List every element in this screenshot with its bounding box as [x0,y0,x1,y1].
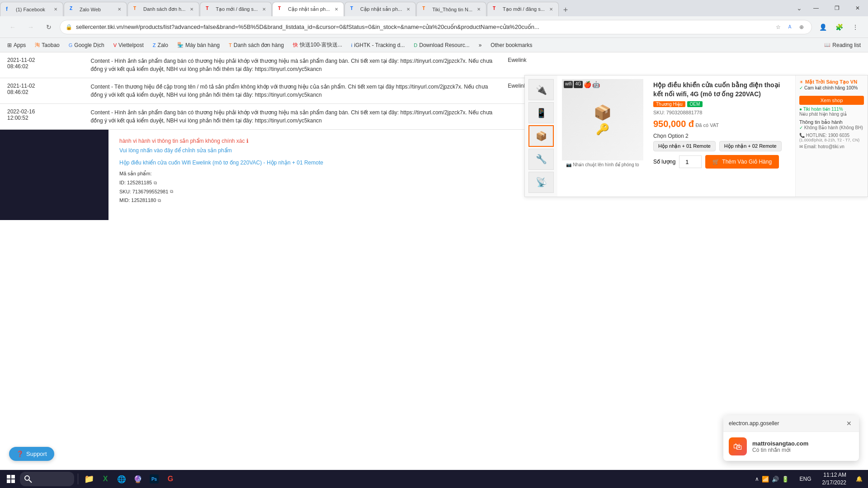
hotline-text: HOTLINE: 1900 6035 [806,133,849,138]
tab-close-zalo[interactable]: ✕ [116,6,123,13]
price-vat-note: Đã có VAT [695,122,719,128]
taskbar-g-app[interactable]: G [163,472,178,486]
popup-close-button[interactable]: ✕ [844,419,854,428]
tab-danh-sach[interactable]: T Danh sách đơn h... ✕ [127,2,199,16]
copy-sku-button[interactable]: ⧉ [170,188,173,196]
popup-text: mattroisangtao.com Có tin nhắn mới [752,440,854,453]
taobao-favicon: 淘 [35,42,40,48]
product-main-image[interactable]: 📦 🔑 wifi 4G 🍎 🤖 [562,79,643,160]
bookmark-google-dich[interactable]: G Google Dịch [65,41,108,49]
new-tab-button[interactable]: + [559,4,572,16]
address-icons: ☆ A ⊕ [774,23,806,32]
brand-text-2: Ewelink [508,83,526,89]
support-label: Support [26,450,47,457]
tab-close-cn2[interactable]: ✕ [405,6,412,13]
minimize-button[interactable]: — [806,0,826,16]
bookmark-viettelpost[interactable]: V Viettelpost [110,41,147,49]
tab-cap-nhat-1[interactable]: T Cập nhật sản ph... ✕ [272,2,344,16]
product-name-link[interactable]: Hộp điều khiển cửa cuốn Wifi Ewelink (mô… [119,160,323,166]
bookmark-viettelpost-label: Viettelpost [118,42,144,48]
image-hint: 📷 Nhấn chuột lên hình để phóng to [566,162,639,167]
view-shop-button[interactable]: Xem shop [799,96,864,105]
network-icon[interactable]: 📶 [762,476,769,483]
bookmark-may-ban-hang[interactable]: 🏪 Máy bán hàng [174,41,223,49]
thumbnail-5[interactable]: 📡 [528,172,554,193]
product-price: 950,000 đ [653,119,694,129]
email-icon: ✉ [799,144,803,149]
tab-close-ds[interactable]: ✕ [188,6,195,13]
option-buttons: Hộp nhận + 01 Remote Hộp nhận + 02 Remot… [653,141,790,151]
bookmark-download[interactable]: D Download Resourc... [410,41,473,49]
tab-cap-nhat-2[interactable]: T Cập nhật sản ph... ✕ [344,2,416,16]
extensions-button[interactable]: 🧩 [832,20,846,34]
maximize-button[interactable]: ❐ [826,0,847,16]
tab-close-tm1[interactable]: ✕ [260,6,268,13]
quantity-input[interactable] [679,155,702,168]
start-button[interactable] [4,472,18,486]
taskbar-photoshop[interactable]: Ps [147,472,161,486]
fix-product-link[interactable]: Vui lòng nhấn vào đây để chỉnh sửa sản p… [119,147,232,154]
notification-popup: electron.app.goseller ✕ 🛍 mattroisangtao… [723,415,859,461]
copy-id-button[interactable]: ⧉ [154,179,157,187]
thumbnail-2[interactable]: 📱 [528,102,554,123]
tab-zalo[interactable]: Z Zalo Web ✕ [64,2,127,16]
price-row: 950,000 đ Đã có VAT [653,119,790,129]
bookmark-danh-sach-don-hang[interactable]: T Danh sách đơn hàng [225,41,288,49]
taskbar-app-marble[interactable]: 🔮 [131,472,145,486]
extension-icon[interactable]: ⊕ [797,23,806,32]
4g-badge: 4G [574,81,582,88]
tab-close-cn1[interactable]: ✕ [333,6,340,13]
taskbar-search-button[interactable] [20,472,74,486]
date-text-2: 2021-11-0208:46:02 [7,83,35,95]
bookmark-ightk[interactable]: i iGHTK - Tracking d... [348,41,408,49]
tab-facebook[interactable]: f (1) Facebook ✕ [0,2,63,16]
bookmark-taobao[interactable]: 淘 Taobao [31,41,63,49]
date-text-3: 2022-02-1612:00:52 [7,108,35,121]
taskbar-excel[interactable]: X [98,472,113,486]
volume-icon[interactable]: 🔊 [772,476,779,483]
translate-icon[interactable]: A [785,23,794,32]
tab-close-tm2[interactable]: ✕ [547,6,555,13]
tab-tao-moi-2[interactable]: T Tạo mới / đăng s... ✕ [487,2,559,16]
seller-rate-row: ✓ Cam kết chính hãng 100% [799,85,864,90]
option-btn-1[interactable]: Hộp nhận + 01 Remote [653,141,716,151]
forward-button[interactable]: → [24,20,38,34]
refresh-button[interactable]: ↻ [42,20,56,34]
address-input-container[interactable]: 🔒 sellercenter.tiki.vn/new#/products/lis… [60,20,812,34]
support-button[interactable]: ❓ Support [9,447,54,461]
settings-button[interactable]: ⋮ [848,20,863,34]
bookmark-apps[interactable]: ⊞ Apps [4,41,29,49]
notification-center-button[interactable]: 🔔 [854,474,864,484]
taskbar-chrome[interactable]: 🌐 [114,472,129,486]
thumbnail-1[interactable]: 🔌 [528,79,554,100]
thumbnail-3[interactable]: 📦 [528,125,554,146]
product-sidebar: ☀ Mặt Trời Sáng Tạo VN ✓ Cam kết chính h… [795,75,868,197]
taskbar: 📁 X 🌐 🔮 Ps G ∧ 📶 🔊 🔋 ENG [0,470,868,488]
tab-tao-moi-1[interactable]: T Tạo mới / đăng s... ✕ [200,2,272,16]
bookmark-kuaisong[interactable]: 快 快送100-富快送... [289,40,346,50]
profile-button[interactable]: 👤 [816,20,830,34]
language-indicator[interactable]: ENG [800,476,811,482]
bookmark-google-dich-label: Google Dịch [74,42,104,48]
tab-tiki-thong-tin[interactable]: T Tiki_Thông tin N... ✕ [416,2,486,16]
bookmark-other[interactable]: Other bookmarks [487,41,536,49]
device-icon: 📦 [594,104,612,121]
tab-close-tt[interactable]: ✕ [475,6,482,13]
add-to-cart-button[interactable]: 🛒 Thêm Vào Giỏ Hàng [705,155,779,169]
thumbnail-4[interactable]: 🔧 [528,149,554,170]
bookmark-overflow[interactable]: » [475,41,486,49]
email-row: ✉ Email: hotro@tiki.vn [799,144,864,149]
close-button[interactable]: ✕ [847,0,868,16]
tab-close-facebook[interactable]: ✕ [52,6,59,13]
star-icon[interactable]: ☆ [774,23,783,32]
back-button[interactable]: ← [5,20,20,34]
tab-overflow-btn[interactable]: ⌄ [797,5,802,12]
taskbar-file-explorer[interactable]: 📁 [82,472,96,486]
bookmark-zalo[interactable]: Z Zalo [149,41,172,49]
bookmark-reading-list[interactable]: 📖 Reading list [821,41,864,49]
battery-icon[interactable]: 🔋 [782,476,789,483]
up-arrow-icon[interactable]: ∧ [755,476,759,482]
taskbar-left: 📁 X 🌐 🔮 Ps G [4,472,178,486]
option-btn-2[interactable]: Hộp nhận + 02 Remote [719,141,782,151]
copy-mid-button[interactable]: ⧉ [158,197,161,205]
